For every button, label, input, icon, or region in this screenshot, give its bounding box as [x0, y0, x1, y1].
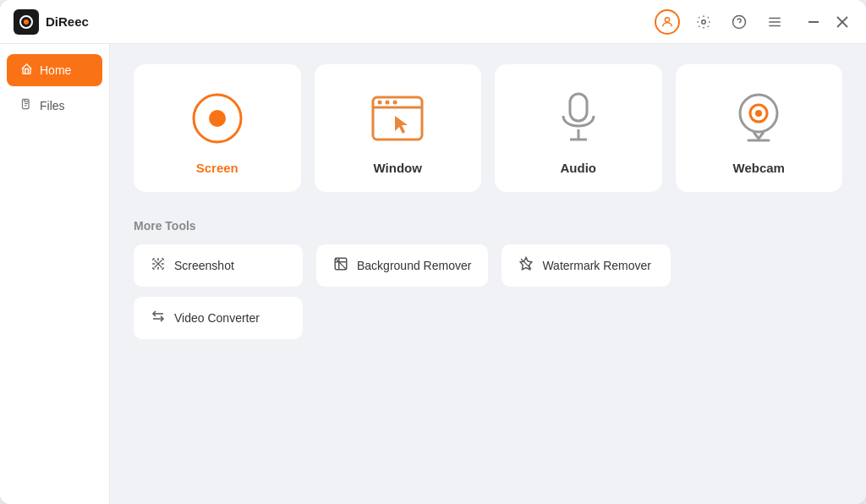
tools-row-2: Video Converter [134, 297, 842, 339]
screenshot-label: Screenshot [174, 259, 234, 272]
window-label: Window [374, 161, 422, 175]
minimize-button[interactable] [803, 12, 824, 32]
sidebar-home-label: Home [40, 63, 71, 77]
svg-point-1 [702, 19, 706, 24]
recording-cards: Screen Window [134, 64, 842, 192]
screen-label: Screen [196, 161, 238, 175]
webcam-card[interactable]: Webcam [676, 64, 843, 192]
tools-row-1: Screenshot Background Remover [134, 244, 842, 287]
close-button[interactable] [832, 12, 852, 32]
webcam-icon [728, 88, 789, 149]
sidebar: Home Files [0, 44, 110, 504]
window-icon [367, 88, 428, 149]
app-name: DiReec [46, 14, 89, 29]
tools-grid: Screenshot Background Remover [134, 244, 842, 339]
window-controls [803, 12, 852, 32]
video-converter-icon [151, 309, 166, 327]
video-converter-button[interactable]: Video Converter [134, 297, 303, 339]
app-logo: DiReec [14, 9, 89, 35]
sidebar-files-label: Files [40, 99, 65, 112]
svg-point-16 [393, 101, 397, 105]
screen-icon [187, 88, 248, 149]
webcam-label: Webcam [733, 161, 785, 175]
logo-dot [24, 19, 29, 25]
screenshot-icon [151, 256, 166, 275]
svg-line-31 [336, 259, 346, 269]
wm-remover-button[interactable]: Watermark Remover [502, 244, 671, 287]
svg-rect-17 [570, 94, 587, 121]
settings-icon[interactable] [692, 10, 715, 34]
profile-icon[interactable] [655, 9, 680, 35]
wm-remover-label: Watermark Remover [542, 259, 651, 272]
files-icon [20, 98, 33, 113]
more-tools-section: More Tools [134, 219, 842, 339]
svg-point-11 [209, 110, 226, 127]
menu-icon[interactable] [763, 10, 787, 34]
window-card[interactable]: Window [315, 64, 482, 192]
bg-remover-button[interactable]: Background Remover [316, 244, 488, 287]
sidebar-item-files[interactable]: Files [7, 90, 102, 122]
svg-point-15 [386, 101, 390, 105]
audio-label: Audio [561, 161, 597, 175]
screenshot-button[interactable]: Screenshot [134, 244, 303, 287]
audio-card[interactable]: Audio [495, 64, 662, 192]
sidebar-item-home[interactable]: Home [7, 54, 102, 86]
logo-icon [14, 9, 39, 35]
home-icon [20, 63, 33, 78]
more-tools-title: More Tools [134, 219, 842, 233]
help-icon[interactable] [727, 10, 751, 34]
audio-icon [548, 88, 609, 149]
bg-remover-icon [333, 256, 348, 275]
svg-point-0 [665, 17, 669, 21]
video-converter-label: Video Converter [174, 311, 260, 325]
bg-remover-label: Background Remover [357, 259, 471, 272]
logo-inner [19, 15, 33, 29]
titlebar-actions [655, 9, 852, 35]
svg-point-22 [755, 110, 762, 117]
main-content: Screen Window [110, 44, 866, 504]
svg-point-14 [378, 101, 382, 105]
wm-remover-icon [518, 256, 534, 275]
main-layout: Home Files [0, 44, 866, 504]
screen-card[interactable]: Screen [134, 64, 301, 192]
titlebar: DiReec [0, 0, 866, 44]
